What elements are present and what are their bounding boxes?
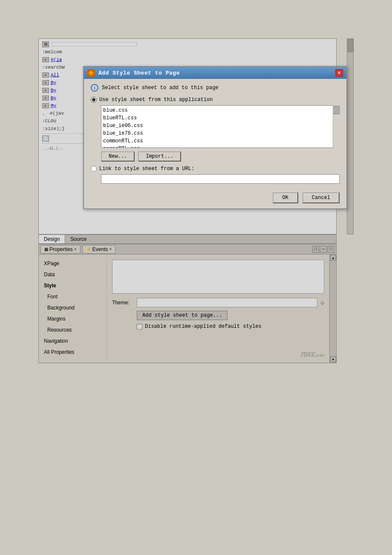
css-item-bluertl[interactable]: blueRTL.css <box>102 114 338 122</box>
dialog-info-row: i Select style sheet to add to this page <box>91 84 340 92</box>
dialog-overlay: 🔶 Add Style Sheet to Page × i Select sty… <box>0 0 392 555</box>
import-btn[interactable]: Import... <box>138 151 181 162</box>
info-icon: i <box>91 84 98 92</box>
css-item-commonrtl[interactable]: commonRTL.css <box>102 137 338 145</box>
css-item-blue[interactable]: blue.css <box>102 107 338 114</box>
dialog-title-icon: 🔶 <box>87 69 95 77</box>
radio-row-1: Use style sheet from this application <box>91 97 340 103</box>
css-listbox[interactable]: blue.css blueRTL.css blue_ie06.css blue_… <box>101 105 340 148</box>
css-item-pagerrtl[interactable]: pagerRTL.css <box>102 145 338 148</box>
dialog-bottom-buttons: OK Cancel <box>84 189 346 208</box>
dialog-body: i Select style sheet to add to this page… <box>84 79 346 189</box>
dialog-titlebar: 🔶 Add Style Sheet to Page × <box>84 67 346 79</box>
dialog-close-btn[interactable]: × <box>335 69 343 77</box>
dialog-title-text: Add Style Sheet to Page <box>98 70 180 76</box>
css-listbox-thumb[interactable] <box>334 106 340 114</box>
css-item-blue-ie06[interactable]: blue_ie06.css <box>102 122 338 130</box>
url-input[interactable] <box>101 174 340 184</box>
new-btn[interactable]: New... <box>101 151 135 162</box>
radio-section-1: Use style sheet from this application bl… <box>91 97 340 162</box>
radio-url[interactable] <box>91 166 97 172</box>
add-stylesheet-dialog: 🔶 Add Style Sheet to Page × i Select sty… <box>83 66 347 209</box>
css-listbox-container: blue.css blueRTL.css blue_ie06.css blue_… <box>91 105 340 148</box>
dialog-info-text: Select style sheet to add to this page <box>102 85 219 91</box>
css-listbox-scrollbar[interactable] <box>333 105 340 148</box>
cancel-btn[interactable]: Cancel <box>303 192 340 203</box>
url-section: Link to style sheet from a URL: <box>91 166 340 184</box>
radio-row-2: Link to style sheet from a URL: <box>91 166 340 172</box>
css-item-blue-ie78[interactable]: blue_ie78.css <box>102 130 338 137</box>
new-import-buttons: New... Import... <box>101 151 340 162</box>
ok-btn[interactable]: OK <box>273 192 298 203</box>
radio-application[interactable] <box>91 97 97 103</box>
